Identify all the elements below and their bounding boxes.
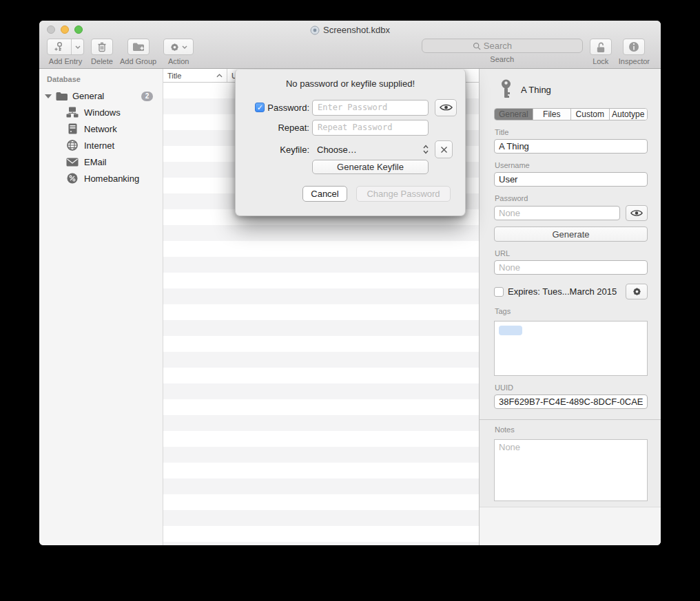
windows-group-icon <box>66 107 79 118</box>
eye-icon <box>630 209 643 217</box>
title-field[interactable] <box>494 139 648 154</box>
uuid-field[interactable] <box>494 394 648 409</box>
cancel-button[interactable]: Cancel <box>302 186 347 202</box>
tab-autotype[interactable]: Autotype <box>610 109 648 120</box>
search-input[interactable] <box>484 41 532 51</box>
toolbar-right: Search Lock <box>422 39 650 65</box>
table-row[interactable] <box>163 225 479 241</box>
change-password-button[interactable]: Change Password <box>356 186 451 202</box>
reveal-password-button[interactable] <box>626 205 648 221</box>
change-password-sheet: No password or keyfile supplied! ✓ Passw… <box>235 70 466 216</box>
table-row[interactable] <box>163 415 479 431</box>
sidebar-section-header: Database <box>47 75 163 83</box>
table-row[interactable] <box>163 320 479 336</box>
notes-field[interactable] <box>494 439 648 501</box>
search-item: Search <box>422 39 583 63</box>
table-row[interactable] <box>163 510 479 526</box>
username-field[interactable] <box>494 172 648 187</box>
app-window: Screenshot.kdbx <box>39 21 661 545</box>
generate-keyfile-button[interactable]: Generate Keyfile <box>312 160 429 174</box>
server-icon <box>68 123 77 134</box>
lock-item: Lock <box>590 39 612 65</box>
dialog-repeat-input[interactable] <box>312 120 429 136</box>
trash-icon <box>97 41 107 52</box>
tag-chip[interactable] <box>499 326 522 335</box>
notes-label: Notes <box>495 425 648 434</box>
sidebar-item-network[interactable]: Network <box>39 120 163 137</box>
add-group-button[interactable] <box>127 39 150 55</box>
eye-icon <box>440 103 453 112</box>
sidebar-item-windows[interactable]: Windows <box>39 104 163 120</box>
window-title: Screenshot.kdbx <box>39 25 661 35</box>
table-row[interactable] <box>163 494 479 510</box>
tab-files[interactable]: Files <box>533 109 572 120</box>
dialog-password-input[interactable] <box>312 100 429 116</box>
folder-icon <box>56 92 68 101</box>
add-entry-dropdown[interactable] <box>71 39 83 54</box>
search-icon <box>473 42 481 50</box>
password-checkbox[interactable]: ✓ <box>255 103 265 112</box>
table-row[interactable] <box>163 352 479 368</box>
table-row[interactable] <box>163 542 479 545</box>
expires-settings-button[interactable] <box>626 284 648 299</box>
tags-label: Tags <box>495 307 648 315</box>
table-row[interactable] <box>163 463 479 478</box>
uuid-label: UUID <box>495 383 648 392</box>
tab-custom[interactable]: Custom <box>571 109 610 120</box>
add-entry-item: Add Entry <box>47 39 84 65</box>
expires-row: Expires: Tues...March 2015 <box>494 284 648 299</box>
password-field[interactable] <box>494 206 620 220</box>
sidebar-item-internet[interactable]: Internet <box>39 137 163 154</box>
add-entry-button[interactable] <box>47 39 84 55</box>
action-item: Action <box>163 39 194 65</box>
table-row[interactable] <box>163 257 479 273</box>
column-header-title[interactable]: Title <box>163 69 227 82</box>
tags-field[interactable] <box>494 321 648 376</box>
table-row[interactable] <box>163 288 479 304</box>
inspector-toggle-item: Inspector <box>619 39 650 65</box>
sidebar-item-homebanking[interactable]: Homebanking <box>39 170 163 187</box>
table-row[interactable] <box>163 431 479 447</box>
generate-password-button[interactable]: Generate <box>494 226 648 242</box>
delete-button[interactable] <box>91 39 113 55</box>
clear-keyfile-button[interactable] <box>435 140 453 158</box>
table-row[interactable] <box>163 399 479 415</box>
document-proxy-icon <box>310 25 320 35</box>
chevron-down-icon <box>75 45 81 49</box>
username-label: Username <box>495 161 648 169</box>
sidebar-item-general[interactable]: General 2 <box>39 88 163 104</box>
globe-icon <box>67 140 78 151</box>
percent-circle-icon <box>67 173 78 184</box>
action-button[interactable] <box>163 39 194 55</box>
table-row[interactable] <box>163 383 479 399</box>
toolbar-left: Add Entry Delete <box>47 39 194 65</box>
inspector-button[interactable] <box>623 39 645 55</box>
sidebar-item-email[interactable]: EMail <box>39 154 163 170</box>
dialog-reveal-password-button[interactable] <box>435 99 457 116</box>
entry-header: A Thing <box>494 78 648 101</box>
table-row[interactable] <box>163 447 479 463</box>
inspector-panel: A Thing General Files Custom Autotype Ti… <box>479 69 661 545</box>
tab-general[interactable]: General <box>495 109 533 120</box>
delete-item: Delete <box>91 39 113 65</box>
disclosure-triangle-icon[interactable] <box>45 94 52 98</box>
table-row[interactable] <box>163 241 479 257</box>
table-row[interactable] <box>163 336 479 352</box>
expires-checkbox[interactable] <box>494 287 504 297</box>
inspector-footer <box>480 507 661 545</box>
add-group-item: Add Group <box>120 39 156 65</box>
table-row[interactable] <box>163 368 479 383</box>
table-row[interactable] <box>163 273 479 288</box>
dialog-buttons: Cancel Change Password <box>302 186 451 202</box>
gear-icon <box>169 42 180 52</box>
sidebar: Database General 2 Windows <box>39 69 163 545</box>
keyfile-select[interactable]: Choose… <box>312 145 429 155</box>
lock-button[interactable] <box>590 39 612 55</box>
search-field[interactable] <box>422 39 583 53</box>
url-field[interactable] <box>494 260 648 275</box>
table-row[interactable] <box>163 526 479 542</box>
table-row[interactable] <box>163 478 479 494</box>
unlocked-padlock-icon <box>595 41 606 53</box>
table-row[interactable] <box>163 304 479 320</box>
envelope-icon <box>66 158 79 167</box>
